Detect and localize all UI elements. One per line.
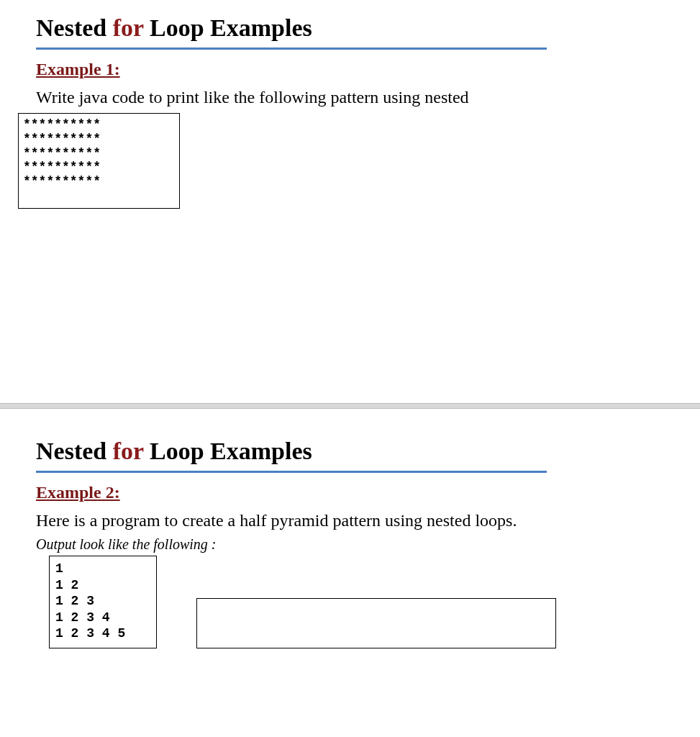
slide-divider xyxy=(0,403,700,409)
title-text-post: Loop Examples xyxy=(144,438,312,464)
title-text-pre: Nested xyxy=(36,438,113,464)
title-text-pre: Nested xyxy=(36,14,113,41)
spacer xyxy=(36,209,664,374)
example-heading: Example 1: xyxy=(36,60,664,79)
slide-1: Nested for Loop Examples Example 1: Writ… xyxy=(0,0,700,403)
empty-box xyxy=(196,598,556,648)
page-title: Nested for Loop Examples xyxy=(36,14,547,50)
for-keyword: for xyxy=(113,14,144,41)
for-keyword: for xyxy=(113,438,144,464)
output-box: 1 1 2 1 2 3 1 2 3 4 1 2 3 4 5 xyxy=(49,556,157,648)
output-box: ********** ********** ********** *******… xyxy=(18,113,180,209)
slide-2: Nested for Loop Examples Example 2: Here… xyxy=(0,409,700,677)
page-title: Nested for Loop Examples xyxy=(36,438,547,473)
output-note: Output look like the following : xyxy=(36,536,664,553)
body-text: Write java code to print like the follow… xyxy=(36,88,664,107)
example-heading: Example 2: xyxy=(36,483,664,502)
title-text-post: Loop Examples xyxy=(144,14,312,41)
body-text: Here is a program to create a half pyram… xyxy=(36,511,664,530)
row-boxes: 1 1 2 1 2 3 1 2 3 4 1 2 3 4 5 xyxy=(36,556,664,648)
